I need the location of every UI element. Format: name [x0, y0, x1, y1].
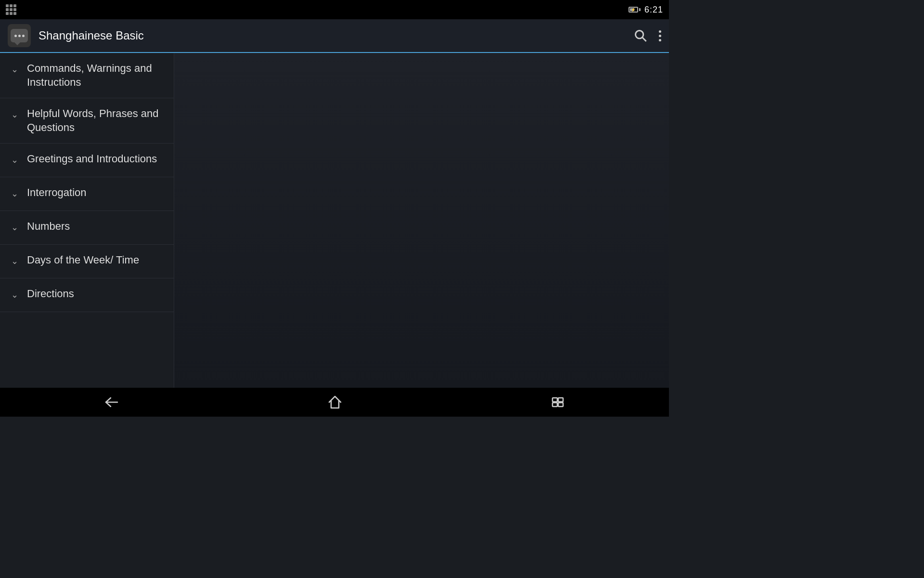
sidebar-item-label: Days of the Week/ Time [27, 253, 166, 267]
chevron-down-icon: ⌄ [8, 187, 21, 200]
recents-button[interactable] [532, 393, 583, 411]
back-button[interactable] [86, 393, 138, 411]
svg-rect-3 [552, 398, 557, 402]
chevron-down-icon: ⌄ [8, 153, 21, 167]
main-content: ⌄ Commands, Warnings and Instructions ⌄ … [0, 53, 669, 388]
status-bar-right: ⚡ 6:21 [629, 5, 663, 15]
svg-rect-5 [552, 403, 557, 407]
status-time: 6:21 [644, 5, 663, 15]
chevron-down-icon: ⌄ [8, 108, 21, 121]
chevron-down-icon: ⌄ [8, 63, 21, 76]
svg-rect-4 [558, 398, 563, 402]
search-button[interactable] [634, 29, 647, 42]
svg-rect-6 [558, 403, 563, 407]
svg-point-0 [636, 31, 643, 39]
sidebar-item-label: Directions [27, 287, 166, 301]
app-icon [8, 24, 31, 47]
status-bar-left [6, 4, 16, 15]
sidebar-item-helpful[interactable]: ⌄ Helpful Words, Phrases and Questions [0, 98, 174, 144]
app-bar: Shanghainese Basic [0, 19, 669, 53]
sidebar-item-label: Interrogation [27, 186, 166, 200]
chevron-down-icon: ⌄ [8, 288, 21, 302]
app-bar-actions [634, 29, 661, 42]
bottom-nav [0, 388, 669, 417]
overflow-menu-button[interactable] [659, 30, 661, 41]
content-area [174, 53, 669, 388]
battery-icon: ⚡ [629, 7, 641, 13]
chevron-down-icon: ⌄ [8, 254, 21, 268]
sidebar-item-interrogation[interactable]: ⌄ Interrogation [0, 177, 174, 211]
sidebar-item-numbers[interactable]: ⌄ Numbers [0, 211, 174, 245]
sidebar-item-label: Numbers [27, 220, 166, 234]
home-button[interactable] [309, 392, 361, 413]
overflow-dots-icon [659, 30, 661, 41]
sidebar: ⌄ Commands, Warnings and Instructions ⌄ … [0, 53, 174, 388]
sidebar-item-greetings[interactable]: ⌄ Greetings and Introductions [0, 144, 174, 177]
sidebar-item-label: Helpful Words, Phrases and Questions [27, 107, 166, 134]
sidebar-item-directions[interactable]: ⌄ Directions [0, 278, 174, 312]
svg-line-1 [642, 38, 646, 41]
sidebar-item-commands[interactable]: ⌄ Commands, Warnings and Instructions [0, 53, 174, 98]
speech-bubble-icon [11, 29, 28, 42]
sidebar-item-label: Commands, Warnings and Instructions [27, 62, 166, 89]
sidebar-item-days[interactable]: ⌄ Days of the Week/ Time [0, 245, 174, 278]
app-title: Shanghainese Basic [38, 29, 634, 42]
grid-icon [6, 4, 16, 15]
sidebar-item-label: Greetings and Introductions [27, 152, 166, 166]
chevron-down-icon: ⌄ [8, 221, 21, 234]
status-bar: ⚡ 6:21 [0, 0, 669, 19]
